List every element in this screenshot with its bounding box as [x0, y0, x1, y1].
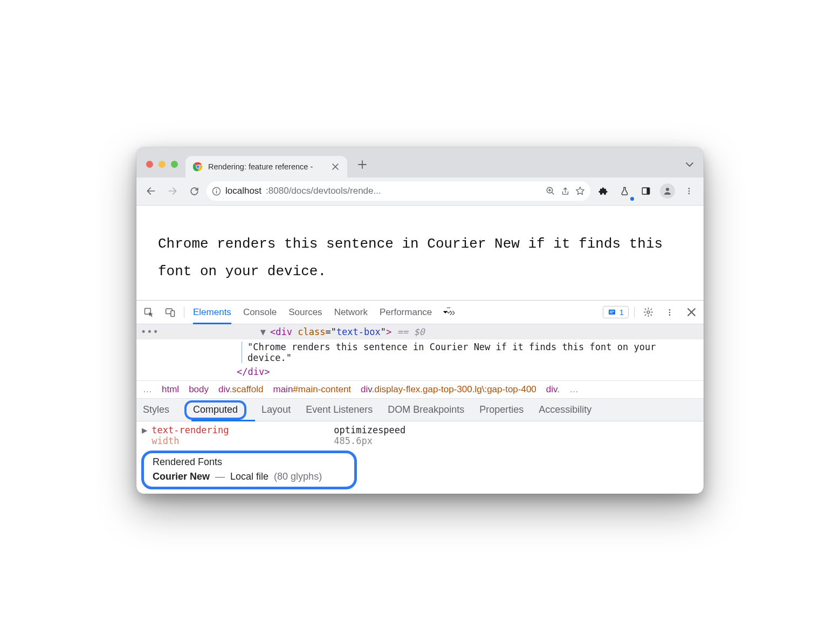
svg-point-9	[666, 188, 669, 191]
svg-point-22	[669, 314, 671, 316]
element-attr-name: class	[298, 326, 325, 337]
svg-point-4	[216, 189, 217, 190]
svg-point-11	[688, 190, 690, 192]
reload-button[interactable]	[185, 182, 203, 200]
subtab-styles[interactable]: Styles	[143, 399, 169, 421]
share-icon[interactable]	[561, 187, 570, 196]
profile-button[interactable]	[658, 182, 677, 200]
subtab-accessibility[interactable]: Accessibility	[539, 399, 591, 421]
rendered-font-row: Courier New — Local file (80 glyphs)	[153, 471, 346, 482]
devtools-panel: Elements Console Sources Network Perform…	[136, 300, 704, 494]
tab-title: Rendering: feature reference -	[208, 162, 326, 171]
devtools-tab-performance[interactable]: Performance	[380, 301, 432, 324]
svg-rect-17	[610, 311, 614, 311]
close-window-button[interactable]	[146, 161, 153, 168]
svg-rect-5	[216, 190, 217, 193]
devtools-close-button[interactable]	[683, 304, 699, 320]
breadcrumb-item[interactable]: div.scaffold	[218, 384, 264, 395]
chrome-menu-button[interactable]	[680, 182, 698, 200]
url-host: localhost	[225, 186, 261, 196]
browser-window: Rendering: feature reference - localhost…	[136, 147, 704, 494]
elements-row-selected[interactable]: ••• ▼ <div class="text-box"> == $0	[136, 324, 704, 339]
devtools-menu-button[interactable]	[662, 304, 678, 320]
devtools-tab-elements[interactable]: Elements	[193, 301, 231, 324]
page-text: Chrome renders this sentence in Courier …	[158, 230, 682, 285]
tabs-dropdown-button[interactable]	[685, 160, 694, 169]
page-viewport: Chrome renders this sentence in Courier …	[136, 206, 704, 300]
issues-count: 1	[619, 308, 624, 317]
elements-close-row[interactable]: </div>	[136, 365, 704, 380]
breadcrumb-item[interactable]: html	[162, 384, 179, 395]
zoom-icon[interactable]	[546, 186, 555, 196]
caret-down-icon[interactable]: ▼	[260, 326, 266, 337]
bookmark-icon[interactable]	[575, 186, 585, 196]
rendered-fonts-title: Rendered Fonts	[153, 456, 346, 468]
site-info-icon[interactable]	[212, 187, 221, 196]
extensions-button[interactable]	[594, 182, 612, 200]
svg-point-2	[196, 165, 199, 168]
svg-point-20	[669, 309, 671, 311]
subtab-event-listeners[interactable]: Event Listeners	[306, 399, 373, 421]
address-bar[interactable]: localhost:8080/docs/devtools/rende...	[206, 181, 590, 201]
svg-point-12	[688, 193, 690, 195]
rendered-font-glyphs: (80 glyphs)	[274, 471, 322, 482]
forward-button[interactable]	[163, 182, 182, 200]
issues-button[interactable]: 1	[603, 306, 629, 318]
svg-point-19	[647, 311, 650, 313]
breadcrumb-item[interactable]: div.	[546, 384, 560, 395]
dash: —	[215, 471, 225, 482]
browser-toolbar: localhost:8080/docs/devtools/rende...	[136, 178, 704, 206]
element-attr-value: text-box	[336, 326, 381, 337]
computed-prop-name: width	[152, 435, 329, 446]
breadcrumb-overflow-left[interactable]: …	[143, 384, 152, 395]
element-close-tag: </div>	[237, 366, 270, 377]
tab-strip: Rendering: feature reference -	[136, 147, 704, 178]
labs-indicator-dot	[630, 197, 634, 201]
maximize-window-button[interactable]	[171, 161, 178, 168]
devtools-tab-sources[interactable]: Sources	[288, 301, 322, 324]
sidepanel-button[interactable]	[637, 182, 655, 200]
avatar-icon	[660, 183, 675, 199]
subtab-layout[interactable]: Layout	[261, 399, 291, 421]
separator	[634, 307, 635, 318]
subpanel-tabs: Styles Computed Layout Event Listeners D…	[136, 399, 704, 421]
url-path: :8080/docs/devtools/rende...	[266, 186, 381, 196]
breadcrumb-item[interactable]: div.display-flex.gap-top-300.lg\:gap-top…	[361, 384, 536, 395]
breadcrumb-item[interactable]: main#main-content	[273, 384, 352, 395]
computed-row[interactable]: ▶ text-rendering optimizespeed	[142, 425, 698, 435]
computed-row[interactable]: ▶ width 485.6px	[142, 435, 698, 446]
subtab-dom-breakpoints[interactable]: DOM Breakpoints	[388, 399, 464, 421]
subtab-properties[interactable]: Properties	[479, 399, 524, 421]
new-tab-button[interactable]	[355, 157, 370, 172]
rendered-fonts-section: Rendered Fonts Courier New — Local file …	[141, 451, 357, 489]
breadcrumb-overflow-right[interactable]: …	[569, 384, 579, 395]
elements-text-row[interactable]: "Chrome renders this sentence in Courier…	[136, 339, 704, 365]
computed-prop-name: text-rendering	[152, 425, 329, 435]
minimize-window-button[interactable]	[159, 161, 166, 168]
labs-button[interactable]	[615, 182, 634, 200]
svg-point-21	[669, 311, 671, 313]
computed-prop-value: 485.6px	[334, 435, 373, 446]
back-button[interactable]	[142, 182, 160, 200]
computed-properties: ▶ text-rendering optimizespeed ▶ width 4…	[136, 421, 704, 494]
selected-marker: == $0	[397, 326, 425, 337]
devtools-tabs: Elements Console Sources Network Perform…	[193, 301, 597, 324]
devtools-settings-button[interactable]	[640, 304, 656, 320]
computed-prop-value: optimizespeed	[334, 425, 405, 435]
close-tab-button[interactable]	[331, 162, 340, 171]
rendered-font-name: Courier New	[153, 471, 210, 482]
rendered-font-source: Local file	[230, 471, 268, 482]
subtab-computed[interactable]: Computed	[193, 399, 238, 421]
device-toggle-button[interactable]	[162, 304, 178, 320]
breadcrumb-item[interactable]: body	[189, 384, 209, 395]
caret-right-icon[interactable]: ▶	[142, 425, 147, 435]
devtools-tab-console[interactable]: Console	[243, 301, 277, 324]
separator	[184, 307, 184, 318]
devtools-tab-network[interactable]: Network	[334, 301, 368, 324]
browser-tab[interactable]: Rendering: feature reference -	[185, 156, 347, 178]
svg-rect-15	[171, 310, 175, 316]
devtools-more-tabs-button[interactable]: »	[444, 301, 455, 324]
svg-rect-16	[609, 309, 615, 314]
inspect-button[interactable]	[141, 304, 157, 320]
svg-point-10	[688, 188, 690, 189]
